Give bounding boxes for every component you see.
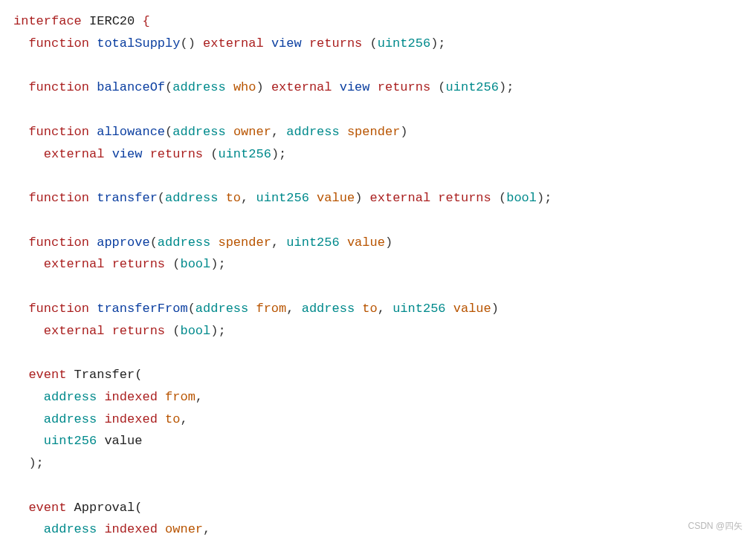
code-token: );	[28, 456, 43, 470]
code-token: balanceOf	[97, 80, 165, 94]
code-token: )	[256, 80, 271, 94]
code-token	[226, 125, 233, 139]
code-token: address	[302, 302, 355, 316]
code-token: );	[271, 147, 286, 161]
code-token: from	[165, 390, 196, 404]
code-token	[340, 235, 347, 250]
code-token: function	[28, 80, 89, 94]
code-token: );	[537, 191, 552, 205]
code-token: address	[172, 80, 225, 94]
code-token: (	[362, 36, 377, 51]
code-token: function	[28, 36, 89, 51]
code-token: ,	[286, 302, 301, 316]
code-token	[66, 501, 74, 515]
code-token: returns	[438, 191, 491, 205]
blank-line	[13, 342, 743, 364]
code-token	[340, 125, 347, 139]
code-token: bool	[180, 324, 210, 338]
code-token: spender	[347, 125, 400, 139]
code-token: address	[286, 125, 339, 139]
code-token	[135, 14, 142, 28]
code-line: event Approval(	[13, 497, 743, 519]
code-token: ,	[203, 522, 210, 536]
code-token: totalSupply	[97, 36, 180, 51]
code-token: (	[158, 191, 165, 205]
code-token: IERC20	[89, 14, 135, 28]
blank-line	[13, 55, 743, 77]
code-token	[66, 368, 74, 382]
code-token: returns	[378, 80, 430, 94]
blank-line	[13, 165, 743, 187]
code-token: external	[44, 257, 105, 271]
blank-line	[13, 209, 743, 232]
code-token: )	[400, 125, 407, 139]
code-token	[97, 434, 104, 448]
code-token: uint256	[256, 191, 308, 205]
code-token	[89, 302, 97, 316]
code-token: who	[233, 80, 256, 94]
code-line: address indexed from,	[13, 386, 743, 409]
code-token: uint256	[218, 147, 271, 161]
code-token: to	[226, 191, 241, 205]
code-token: bool	[506, 191, 537, 205]
code-line: );	[13, 452, 743, 475]
code-token	[309, 191, 317, 205]
code-token: (	[491, 191, 506, 205]
code-token: external	[203, 36, 264, 51]
code-token: uint256	[286, 235, 339, 250]
code-token: ,	[378, 302, 392, 316]
code-token: event	[28, 368, 66, 382]
code-line: interface IERC20 {	[13, 10, 743, 33]
code-token: returns	[112, 324, 165, 338]
code-token: );	[210, 257, 225, 271]
code-token: function	[28, 302, 89, 316]
code-token	[97, 412, 104, 426]
blank-line	[13, 99, 743, 121]
code-token: address	[44, 390, 97, 404]
code-token	[89, 125, 97, 139]
code-token	[370, 80, 378, 94]
code-token: address	[44, 522, 97, 536]
code-token	[302, 36, 309, 51]
code-line: event Transfer(	[13, 364, 743, 386]
code-token: to	[362, 302, 377, 316]
code-token: ,	[180, 412, 187, 426]
code-block: interface IERC20 {function totalSupply()…	[13, 10, 743, 540]
code-line: function approve(address spender, uint25…	[13, 232, 743, 254]
watermark-text: CSDN @四矢	[688, 518, 743, 534]
code-token	[226, 80, 233, 94]
code-token: returns	[150, 147, 203, 161]
code-token: event	[28, 501, 66, 515]
code-token	[158, 412, 165, 426]
code-token: ,	[241, 191, 256, 205]
code-token: view	[112, 147, 143, 161]
code-token	[332, 80, 340, 94]
code-token	[355, 302, 362, 316]
code-token	[104, 257, 112, 271]
code-token: );	[499, 80, 514, 94]
code-token: ()	[180, 36, 203, 51]
code-token	[89, 235, 97, 250]
code-token: indexed	[104, 390, 157, 404]
code-token: {	[142, 14, 149, 28]
code-token: view	[340, 80, 370, 94]
code-token: Transfer(	[74, 368, 143, 382]
code-token: (	[188, 302, 196, 316]
code-token	[218, 191, 225, 205]
code-token	[89, 191, 97, 205]
code-token: from	[256, 302, 286, 316]
code-token: ,	[271, 125, 286, 139]
code-token: (	[165, 257, 180, 271]
code-token: );	[430, 36, 445, 51]
code-token	[142, 147, 149, 161]
code-token	[446, 302, 453, 316]
code-token	[97, 390, 104, 404]
code-token: returns	[112, 257, 165, 271]
code-token: view	[271, 36, 302, 51]
code-token: owner	[165, 522, 203, 536]
code-token: ,	[271, 235, 286, 250]
code-token: value	[317, 191, 355, 205]
code-line: address indexed owner,	[13, 518, 743, 540]
code-token	[89, 80, 97, 94]
code-token	[264, 36, 271, 51]
